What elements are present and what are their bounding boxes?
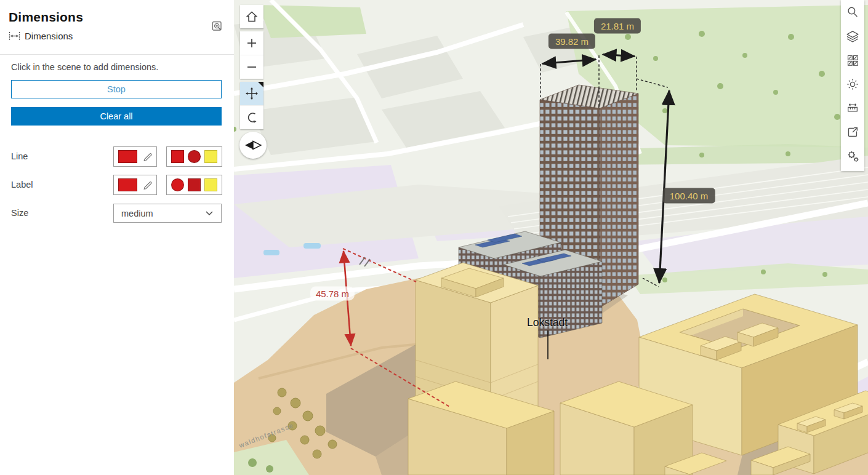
label-red-square-swatch[interactable] [188, 178, 201, 191]
line-color-picker[interactable] [113, 146, 157, 167]
home-button[interactable] [240, 5, 263, 28]
zoom-in-button[interactable] [240, 31, 263, 55]
scene-graphics: waldhofstrasse [234, 0, 868, 475]
daylight-button[interactable] [841, 72, 864, 96]
zoom-control [240, 31, 263, 79]
layers-button[interactable] [841, 24, 864, 48]
rotate-tool-button[interactable] [240, 105, 263, 129]
dimensions-app: Dimensions Dimensions Click in the scene… [0, 0, 868, 475]
compass-button[interactable] [239, 132, 267, 159]
home-button-group [240, 5, 263, 28]
dimensions-widget-icon [9, 31, 20, 41]
pond [263, 250, 279, 255]
widget-header: Dimensions [9, 31, 73, 41]
pencil-icon [143, 152, 153, 162]
line-yellow-square-swatch[interactable] [204, 150, 217, 163]
settings-button[interactable] [841, 144, 864, 168]
tool-corner-flag [258, 82, 263, 87]
share-button[interactable] [841, 120, 864, 144]
home-icon [245, 10, 259, 23]
dimension-label-100: 100.40 m [663, 188, 715, 204]
basemap-button[interactable] [841, 48, 864, 72]
chevron-down-icon [205, 210, 214, 216]
label-symbol-options[interactable] [166, 175, 222, 195]
building-name-label: Lokstadt [527, 316, 568, 329]
zoom-in-icon [246, 37, 258, 49]
line-red-circle-swatch[interactable] [188, 150, 201, 163]
navigation-toggle [240, 82, 263, 129]
page-title: Dimensions [9, 10, 83, 25]
zoom-to-icon[interactable] [212, 20, 224, 33]
size-select-value: medium [121, 209, 153, 218]
size-row-label: Size [11, 208, 28, 218]
instruction-text: Click in the scene to add dimensions. [11, 62, 158, 72]
pencil-icon [143, 180, 153, 190]
compass-icon [244, 140, 262, 150]
zoom-out-icon [246, 61, 258, 73]
side-panel: Dimensions Dimensions Click in the scene… [0, 0, 234, 475]
rotate-icon [244, 110, 260, 126]
share-icon [845, 124, 861, 140]
line-red-square-swatch[interactable] [171, 150, 184, 163]
pan-icon [244, 86, 259, 101]
stop-button[interactable]: Stop [11, 80, 222, 98]
dimension-label-21: 21.81 m [594, 18, 641, 34]
label-row-label: Label [11, 180, 33, 190]
label-color-picker[interactable] [113, 175, 157, 195]
search-icon [845, 4, 861, 20]
pond [303, 243, 321, 249]
scene-view[interactable]: waldhofstrasse [234, 0, 868, 475]
layers-icon [845, 28, 861, 44]
measurement-icon [845, 100, 861, 116]
widget-label: Dimensions [25, 31, 73, 41]
line-symbol-options[interactable] [166, 146, 222, 167]
zoom-out-button[interactable] [240, 55, 263, 79]
clear-all-button[interactable]: Clear all [11, 107, 222, 126]
label-color-swatch [118, 178, 137, 191]
label-yellow-square-swatch[interactable] [204, 178, 217, 191]
line-color-swatch [118, 150, 137, 163]
settings-icon [845, 148, 861, 164]
daylight-icon [845, 76, 861, 92]
dimension-label-39: 39.82 m [549, 34, 595, 49]
size-select[interactable]: medium [113, 204, 222, 223]
line-row-label: Line [11, 151, 28, 161]
pan-tool-button[interactable] [240, 82, 263, 105]
panel-divider [0, 54, 234, 55]
basemap-icon [845, 53, 860, 68]
scene-toolbar [841, 0, 864, 171]
search-button[interactable] [841, 0, 864, 24]
measurement-button[interactable] [841, 96, 864, 120]
label-red-circle-swatch[interactable] [171, 178, 184, 191]
dimension-label-45: 45.78 m [310, 287, 355, 301]
